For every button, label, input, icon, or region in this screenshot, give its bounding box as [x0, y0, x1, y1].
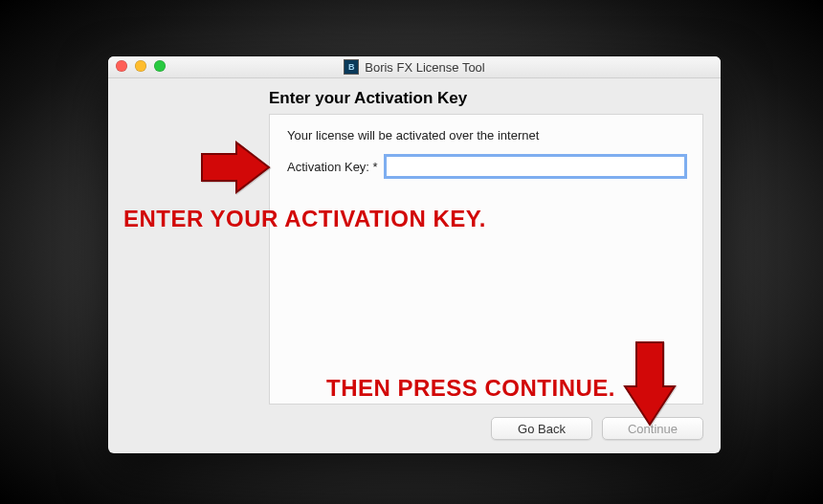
svg-marker-0 — [202, 142, 269, 192]
arrow-right-icon — [200, 141, 271, 194]
annotation-press-continue: THEN PRESS CONTINUE. — [326, 375, 615, 402]
window-title: Boris FX License Tool — [365, 60, 485, 75]
activation-key-row: Activation Key: * — [287, 156, 685, 177]
go-back-button[interactable]: Go Back — [491, 417, 592, 440]
annotation-enter-key: ENTER YOUR ACTIVATION KEY. — [123, 206, 486, 232]
info-text: Your license will be activated over the … — [287, 128, 685, 142]
activation-key-label: Activation Key: * — [287, 160, 378, 174]
zoom-icon[interactable] — [154, 60, 166, 72]
page-heading: Enter your Activation Key — [269, 89, 467, 108]
svg-marker-1 — [625, 342, 675, 425]
titlebar: B Boris FX License Tool — [108, 56, 721, 78]
go-back-label: Go Back — [518, 422, 566, 436]
activation-key-input[interactable] — [386, 156, 685, 177]
window-title-wrap: B Boris FX License Tool — [344, 59, 485, 75]
app-icon: B — [344, 59, 359, 75]
arrow-down-icon — [623, 340, 677, 427]
close-icon[interactable] — [116, 60, 127, 72]
minimize-icon[interactable] — [135, 60, 146, 72]
traffic-lights — [116, 60, 166, 72]
